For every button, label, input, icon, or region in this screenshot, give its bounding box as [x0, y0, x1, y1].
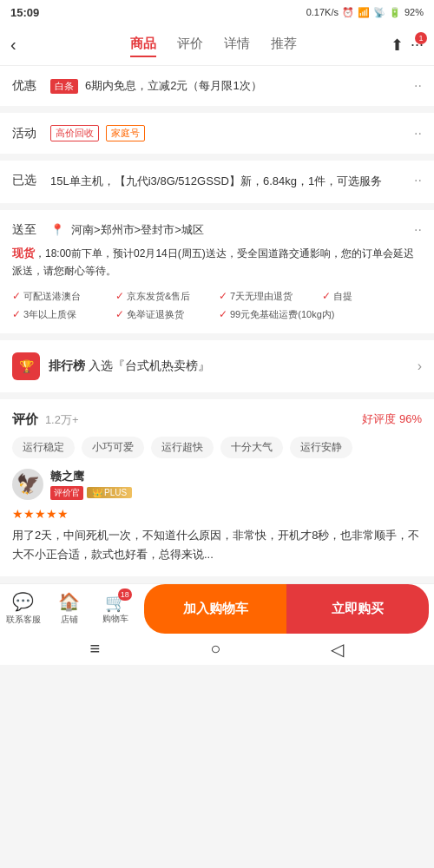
service-label-1: 京东发货&售后 [127, 290, 190, 303]
bottom-icon-group: 💬 联系客服 🏠 店铺 🛒 18 购物车 [0, 586, 139, 631]
youhui-more[interactable]: ·· [414, 78, 422, 94]
reviewer-details: 赣之鹰 评价官 👑 PLUS [50, 469, 132, 500]
service-item-5: ✓ 免举证退换货 [115, 308, 215, 321]
ranking-label: 排行榜 [49, 358, 85, 372]
battery-pct: 92% [404, 7, 424, 17]
delivery-card: 送至 📍 河南>郑州市>登封市>城区 ·· 现货，18:00前下单，预计02月1… [0, 210, 434, 333]
contact-service-button[interactable]: 💬 联系客服 [0, 586, 46, 631]
buy-now-button[interactable]: 立即购买 [286, 584, 429, 634]
service-label-3: 自提 [333, 290, 352, 303]
share-icon[interactable]: ⬆ [391, 36, 404, 55]
service-label-0: 可配送港澳台 [23, 290, 81, 303]
status-bar: 15:09 0.17K/s ⏰ 📶 📡 🔋 92% [0, 0, 434, 24]
activity-card: 活动 高价回收 家庭号 ·· [0, 113, 434, 154]
service-item-6: ✓ 99元免基础运费(10kg内) [219, 308, 422, 321]
activity-label: 活动 [12, 126, 43, 141]
tab-recommend[interactable]: 推荐 [271, 32, 297, 57]
store-icon: 🏠 [58, 591, 80, 612]
ranking-chevron-icon: › [418, 358, 422, 374]
check-icon-3: ✓ [322, 290, 331, 302]
tab-detail[interactable]: 详情 [224, 32, 250, 57]
home-icon[interactable]: ○ [210, 639, 220, 659]
review-title-group: 评价 1.2万+ [12, 411, 79, 428]
signal-icon: 📶 [358, 7, 370, 18]
review-title: 评价 [12, 411, 38, 426]
cart-badge-wrapper: 🛒 18 [105, 592, 127, 613]
selected-label: 已选 [12, 173, 43, 188]
baitiao-tag: 白条 [50, 79, 78, 94]
nav-actions: ⬆ ··· 1 [391, 36, 424, 55]
review-tag-2[interactable]: 运行超快 [151, 437, 214, 458]
alarm-icon: ⏰ [342, 7, 354, 18]
status-icons: 0.17K/s ⏰ 📶 📡 🔋 92% [306, 7, 424, 18]
check-icon-0: ✓ [12, 290, 21, 302]
notification-badge: 1 [415, 32, 427, 44]
delivery-note-text: ，18:00前下单，预计02月14日(周五)送达，受全国道路交通影响，您的订单会… [12, 247, 414, 277]
service-item-4: ✓ 3年以上质保 [12, 308, 112, 321]
location-pin-icon: 📍 [50, 223, 64, 236]
review-tag-1[interactable]: 小巧可爱 [82, 437, 144, 458]
youhui-desc: 6期内免息，立减2元（每月限1次） [85, 78, 407, 94]
review-card: 评价 1.2万+ 好评度 96% 运行稳定 小巧可爱 运行超快 十分大气 运行安… [0, 399, 434, 576]
check-icon-2: ✓ [219, 290, 227, 302]
selected-card: 已选 15L单主机，【九代i3/8G/512GSSD】新，6.84kg，1件，可… [0, 161, 434, 203]
reviewer-badges: 评价官 👑 PLUS [50, 486, 132, 500]
delivery-note: 现货，18:00前下单，预计02月14日(周五)送达，受全国道路交通影响，您的订… [12, 245, 422, 279]
cart-label: 购物车 [102, 613, 128, 625]
tab-goods[interactable]: 商品 [130, 32, 156, 57]
check-icon-5: ✓ [115, 308, 124, 320]
service-label-6: 99元免基础运费(10kg内) [230, 308, 334, 321]
menu-icon[interactable]: ≡ [90, 639, 101, 659]
store-button[interactable]: 🏠 店铺 [46, 586, 92, 631]
delivery-location[interactable]: 河南>郑州市>登封市>城区 [71, 222, 204, 238]
add-to-cart-button[interactable]: 加入购物车 [144, 584, 286, 634]
nav-bar: ‹ 商品 评价 详情 推荐 ⬆ ··· 1 [0, 24, 434, 66]
back-recent-icon[interactable]: ◁ [331, 639, 344, 660]
review-count: 1.2万+ [45, 413, 79, 426]
cart-button[interactable]: 🛒 18 购物车 [93, 586, 139, 631]
reviewer-info: 🦅 赣之鹰 评价官 👑 PLUS [12, 469, 422, 500]
youhui-card: 优惠 白条 6期内免息，立减2元（每月限1次） ·· [0, 66, 434, 106]
review-tag-3[interactable]: 十分大气 [220, 437, 283, 458]
service-label-5: 免举证退换货 [127, 308, 184, 321]
ranking-text: 排行榜 入选『台式机热卖榜』 [49, 358, 409, 374]
youhui-label: 优惠 [12, 78, 43, 94]
chat-icon: 💬 [12, 591, 34, 612]
review-content: 用了2天，中间死机一次，不知道什么原因，非常快，开机才8秒，也非常顺手，不大不小… [12, 526, 422, 564]
activity-more[interactable]: ·· [414, 126, 422, 141]
more-icon[interactable]: ··· 1 [411, 36, 424, 54]
delivery-label: 送至 [12, 222, 43, 238]
check-icon-6: ✓ [219, 308, 227, 320]
reviewer-badge-plus: 👑 PLUS [87, 487, 132, 498]
tab-review[interactable]: 评价 [177, 32, 203, 57]
reviewer-stars: ★★★★★ [12, 507, 422, 521]
review-tag-0[interactable]: 运行稳定 [12, 437, 75, 458]
home-bar: ≡ ○ ◁ [0, 634, 434, 665]
activity-tag-1[interactable]: 高价回收 [50, 125, 99, 141]
ranking-bar[interactable]: 🏆 排行榜 入选『台式机热卖榜』 › [0, 340, 434, 392]
check-icon-1: ✓ [115, 290, 124, 302]
selected-more[interactable]: ·· [414, 173, 422, 188]
time: 15:09 [10, 6, 39, 19]
bottom-bar: 💬 联系客服 🏠 店铺 🛒 18 购物车 加入购物车 立即购买 [0, 583, 434, 634]
service-item-2: ✓ 7天无理由退货 [219, 290, 319, 303]
back-button[interactable]: ‹ [10, 35, 36, 55]
review-tags: 运行稳定 小巧可爱 运行超快 十分大气 运行安静 [12, 437, 422, 458]
review-tag-4[interactable]: 运行安静 [290, 437, 352, 458]
ranking-icon: 🏆 [12, 352, 40, 380]
nav-tabs: 商品 评价 详情 推荐 [36, 32, 391, 57]
delivery-more[interactable]: ·· [414, 222, 422, 238]
instock-label: 现货 [12, 247, 35, 260]
battery-icon: 🔋 [389, 7, 401, 18]
selected-desc: 15L单主机，【九代i3/8G/512GSSD】新，6.84kg，1件，可选服务 [50, 173, 407, 191]
activity-tag-2[interactable]: 家庭号 [106, 125, 145, 141]
store-label: 店铺 [61, 614, 78, 626]
service-label-4: 3年以上质保 [23, 308, 76, 321]
cart-count: 18 [118, 589, 132, 601]
crown-icon: 👑 [92, 488, 102, 497]
review-good-rate[interactable]: 好评度 96% [362, 411, 422, 427]
service-item-1: ✓ 京东发货&售后 [115, 290, 215, 303]
review-header: 评价 1.2万+ 好评度 96% [12, 411, 422, 428]
reviewer-avatar: 🦅 [12, 469, 43, 500]
ranking-desc: 入选『台式机热卖榜』 [89, 358, 210, 372]
